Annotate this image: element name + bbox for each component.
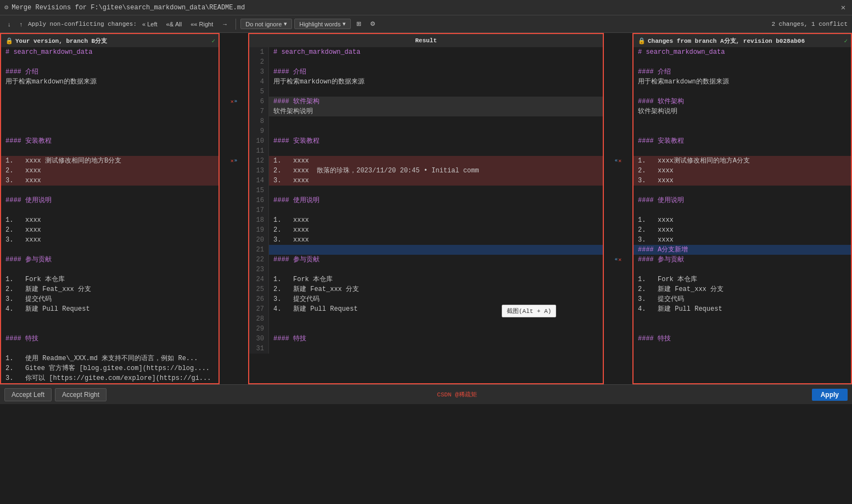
line-item: #### 介绍 — [634, 67, 851, 77]
center-panel-header: Result — [248, 33, 604, 47]
line-number: 13 — [249, 166, 269, 176]
line-content: #### 参与贡献 — [269, 255, 603, 265]
right-button[interactable]: «« Right — [187, 20, 216, 29]
center-lines-container: 1# search_markdown_data23#### 介绍4用于检索mar… — [249, 47, 603, 354]
line-content — [1, 205, 218, 215]
accept-left-icon2[interactable]: » — [234, 158, 237, 164]
line-item: 2. xxxx — [634, 225, 851, 235]
line-number: 6 — [249, 97, 269, 107]
line-item — [1, 107, 218, 116]
accept-left-icon[interactable]: » — [234, 99, 237, 104]
right-arrow-button[interactable]: → — [218, 20, 231, 29]
line-content: 1. xxxx 测试修改相同的地方B分支 — [1, 156, 218, 166]
accept-right-add-icon[interactable]: « — [615, 257, 618, 262]
line-number: 16 — [249, 195, 269, 205]
line-content — [1, 97, 218, 107]
line-item — [1, 245, 218, 255]
line-item: 132. xxxx 散落的珍珠，2023/11/20 20:45 • Initi… — [249, 166, 603, 176]
line-content: #### 介绍 — [1, 67, 218, 77]
all-button[interactable]: «& All — [163, 20, 186, 29]
line-content — [1, 245, 218, 255]
line-item: 3. 提交代码 — [1, 294, 218, 304]
line-content: 3. 提交代码 — [1, 294, 218, 304]
line-number: 11 — [249, 146, 269, 156]
line-item: 263. 提交代码 — [249, 294, 603, 304]
line-item — [634, 186, 851, 195]
status-text: 2 changes, 1 conflict — [771, 21, 848, 27]
left-panel: 🔒 Your version, branch B分支 ✓ # search_ma… — [0, 33, 220, 384]
accept-right-icon[interactable]: « — [615, 158, 618, 164]
close-button[interactable]: ✕ — [839, 3, 848, 12]
line-content: #### 安装教程 — [634, 136, 851, 146]
line-content — [269, 87, 603, 97]
right-arrows: « ✕ « ✕ — [604, 33, 632, 384]
line-content: 2. xxxx — [634, 225, 851, 235]
line-item: 121. xxxx — [249, 156, 603, 166]
line-item — [1, 344, 218, 354]
line-content: # search_markdown_data — [1, 47, 218, 57]
line-item — [634, 324, 851, 334]
check-icon-right: ✓ — [844, 37, 848, 44]
left-button[interactable]: « « Left Left — [139, 20, 160, 29]
line-item: 274. 新建 Pull Request — [249, 304, 603, 314]
arrow-up-button[interactable]: ↑ — [16, 20, 26, 29]
columns-icon-button[interactable]: ⊞ — [353, 19, 365, 29]
line-content: 3. xxxx — [1, 235, 218, 245]
line-item: 1# search_markdown_data — [249, 47, 603, 57]
line-item: 2 — [249, 57, 603, 67]
panels-container: 🔒 Your version, branch B分支 ✓ # search_ma… — [0, 33, 852, 384]
accept-left-button[interactable]: Accept Left — [4, 388, 52, 401]
line-content: 3. xxxx — [1, 176, 218, 186]
line-item: 31 — [249, 344, 603, 354]
highlight-dropdown[interactable]: Highlight words ▾ — [294, 19, 351, 29]
line-content: #### 参与贡献 — [1, 255, 218, 265]
chevron-down-icon2: ▾ — [343, 20, 346, 27]
left-panel-content[interactable]: # search_markdown_data#### 介绍用于检索markdow… — [0, 47, 220, 384]
settings-icon-button[interactable]: ⚙ — [367, 19, 379, 29]
ignore-dropdown[interactable]: Do not ignore ▾ — [240, 19, 292, 29]
reject-left-icon2[interactable]: ✕ — [231, 158, 234, 164]
line-item: 软件架构说明 — [634, 107, 851, 116]
line-number: 1 — [249, 47, 269, 57]
right-panel-title: Changes from branch A分支, revision b028ab… — [648, 37, 805, 45]
line-item: 2. xxxx — [1, 166, 218, 176]
line-content — [269, 57, 603, 67]
line-item: #### 参与贡献 — [634, 255, 851, 265]
line-content — [1, 126, 218, 136]
reject-left-icon[interactable]: ✕ — [231, 98, 234, 105]
line-content — [269, 186, 603, 195]
line-content: 1. Fork 本仓库 — [1, 275, 218, 284]
line-content: 1. Fork 本仓库 — [269, 275, 603, 284]
line-item: 3. xxxx — [1, 235, 218, 245]
line-item: 21 — [249, 245, 603, 255]
line-content: 2. xxxx — [634, 166, 851, 176]
line-item: 2. 新建 Feat_xxx 分支 — [1, 284, 218, 294]
line-content — [634, 126, 851, 136]
line-item: 15 — [249, 186, 603, 195]
line-item — [634, 126, 851, 136]
line-item — [634, 265, 851, 275]
center-panel-content[interactable]: 1# search_markdown_data23#### 介绍4用于检索mar… — [248, 47, 604, 384]
apply-button[interactable]: Apply — [812, 389, 848, 401]
line-content: 1. xxxx — [634, 215, 851, 225]
line-item — [1, 57, 218, 67]
accept-right-button[interactable]: Accept Right — [55, 388, 107, 401]
line-content: #### 参与贡献 — [634, 255, 851, 265]
right-panel: 🔒 Changes from branch A分支, revision b028… — [632, 33, 852, 384]
line-item: #### 使用说明 — [1, 195, 218, 205]
line-item: 5 — [249, 87, 603, 97]
conflict-arrow-row-2: ✕ » — [220, 156, 248, 166]
right-panel-content[interactable]: # search_markdown_data#### 介绍用于检索markdow… — [632, 47, 852, 384]
line-item: 1. xxxx — [634, 215, 851, 225]
line-item: 2. Gitee 官方博客 [blog.gitee.com](https://b… — [1, 363, 218, 373]
arrow-down-button[interactable]: ↓ — [4, 20, 14, 29]
line-content — [269, 126, 603, 136]
line-content: #### 使用说明 — [634, 195, 851, 205]
line-number: 27 — [249, 304, 269, 314]
reject-right-icon[interactable]: ✕ — [618, 158, 621, 164]
line-number: 4 — [249, 77, 269, 87]
line-content — [1, 57, 218, 67]
line-item: 28 — [249, 314, 603, 324]
line-item: #### A分支新增 — [634, 245, 851, 255]
reject-right-add-icon[interactable]: ✕ — [618, 256, 621, 263]
